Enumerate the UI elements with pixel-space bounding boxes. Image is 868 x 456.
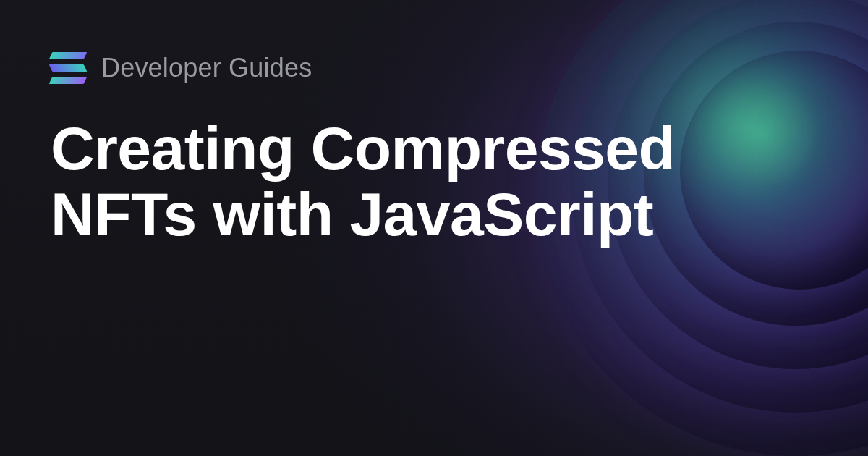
- content-area: Developer Guides Creating Compressed NFT…: [0, 0, 868, 456]
- page-title: Creating Compressed NFTs with JavaScript: [51, 116, 774, 247]
- eyebrow-label: Developer Guides: [101, 53, 312, 83]
- solana-logo-icon: [51, 52, 85, 84]
- header: Developer Guides: [51, 52, 817, 84]
